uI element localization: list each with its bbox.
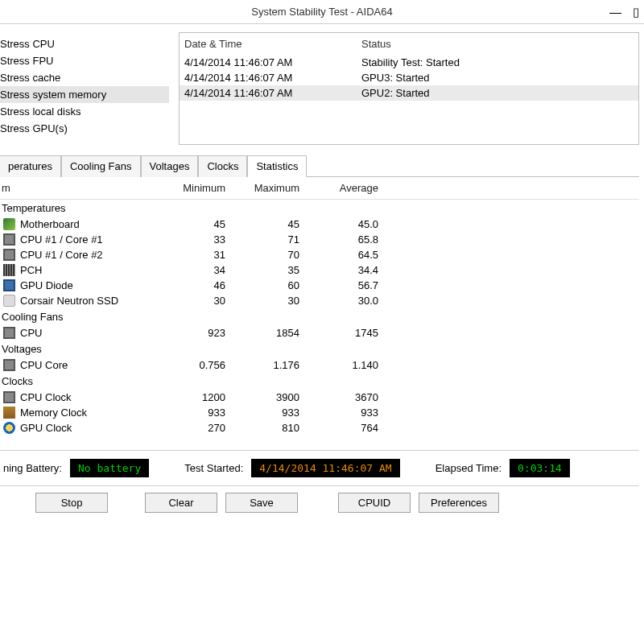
stats-avg-value: 933	[299, 407, 378, 419]
stats-row[interactable]: CPU #1 / Core #1337165.8	[0, 232, 639, 247]
battery-value: No battery	[70, 459, 149, 477]
stats-group-label: Cooling Fans	[0, 308, 639, 325]
stats-item-name: PCH	[20, 264, 161, 276]
stats-row[interactable]: CPU Clock120039003670	[0, 390, 639, 405]
clear-button[interactable]: Clear	[145, 493, 217, 513]
stats-row[interactable]: CPU #1 / Core #2317064.5	[0, 247, 639, 262]
stats-min-value: 31	[161, 249, 225, 261]
stats-row[interactable]: Memory Clock933933933	[0, 405, 639, 420]
stats-max-value: 1.176	[225, 359, 299, 371]
test-started-label: Test Started:	[184, 462, 243, 474]
stats-avg-value: 34.4	[299, 264, 378, 276]
sensor-icon	[3, 391, 15, 403]
stats-item-name: CPU	[20, 327, 161, 339]
stats-row[interactable]: CPU Core0.7561.1761.140	[0, 357, 639, 373]
stats-row[interactable]: Motherboard454545.0	[0, 217, 639, 232]
event-log[interactable]: Date & Time Status 4/14/2014 11:46:07 AM…	[179, 32, 639, 145]
stats-item-name: Corsair Neutron SSD	[20, 295, 161, 307]
log-header-status: Status	[361, 38, 634, 50]
stats-max-value: 70	[225, 249, 299, 261]
stats-header-max: Maximum	[225, 182, 299, 194]
log-cell-status: Stability Test: Started	[361, 56, 634, 68]
stats-min-value: 34	[161, 264, 225, 276]
log-row[interactable]: 4/14/2014 11:46:07 AMGPU3: Started	[180, 70, 638, 85]
stats-min-value: 0.756	[161, 359, 225, 371]
stats-max-value: 71	[225, 233, 299, 246]
sensor-icon	[3, 233, 15, 246]
log-row-empty	[180, 101, 638, 118]
stress-item[interactable]: Stress local disks	[0, 103, 169, 120]
stats-group-label: Temperatures	[0, 200, 639, 217]
log-row[interactable]: 4/14/2014 11:46:07 AMStability Test: Sta…	[180, 55, 638, 70]
stats-avg-value: 764	[299, 422, 378, 434]
cpuid-button[interactable]: CPUID	[338, 493, 411, 513]
sensor-icon	[3, 249, 15, 261]
tab-cooling-fans[interactable]: Cooling Fans	[61, 155, 141, 177]
statistics-table: m Minimum Maximum Average TemperaturesMo…	[0, 177, 639, 436]
test-started-value: 4/14/2014 11:46:07 AM	[251, 459, 399, 477]
stats-header-min: Minimum	[161, 182, 225, 194]
stats-max-value: 60	[225, 279, 299, 291]
stats-row[interactable]: PCH343534.4	[0, 262, 639, 278]
sensor-icon	[3, 279, 15, 291]
stress-item[interactable]: Stress FPU	[0, 52, 169, 69]
tab-statistics[interactable]: Statistics	[247, 155, 307, 177]
stats-max-value: 3900	[225, 391, 299, 403]
stats-min-value: 923	[161, 327, 225, 339]
sensor-icon	[3, 327, 15, 339]
stop-button[interactable]: Stop	[35, 493, 108, 513]
stats-max-value: 35	[225, 264, 299, 276]
tab-voltages[interactable]: Voltages	[141, 155, 199, 177]
elapsed-label: Elapsed Time:	[436, 462, 502, 474]
sensor-icon	[3, 407, 15, 419]
stats-row[interactable]: GPU Diode466056.7	[0, 278, 639, 293]
button-bar: Stop Clear Save CPUID Preferences	[0, 486, 639, 519]
sensor-icon	[3, 218, 15, 230]
tab-peratures[interactable]: peratures	[0, 155, 61, 177]
event-log-header: Date & Time Status	[180, 33, 638, 55]
tab-clocks[interactable]: Clocks	[198, 155, 247, 177]
window-title: System Stability Test - AIDA64	[251, 6, 392, 18]
stats-min-value: 933	[161, 407, 225, 419]
stress-item[interactable]: Stress CPU	[0, 35, 169, 52]
stress-type-list[interactable]: Stress CPUStress FPUStress cacheStress s…	[0, 32, 169, 145]
stats-header-avg: Average	[299, 182, 378, 194]
titlebar: System Stability Test - AIDA64 — ▯	[0, 0, 644, 24]
sensor-icon	[3, 295, 15, 307]
stats-group-label: Clocks	[0, 373, 639, 390]
log-cell-datetime: 4/14/2014 11:46:07 AM	[184, 72, 361, 84]
log-cell-datetime: 4/14/2014 11:46:07 AM	[184, 56, 361, 68]
save-button[interactable]: Save	[225, 493, 298, 513]
stats-row[interactable]: GPU Clock270810764	[0, 420, 639, 436]
stats-avg-value: 3670	[299, 391, 378, 403]
stats-avg-value: 64.5	[299, 249, 378, 261]
stats-row[interactable]: Corsair Neutron SSD303030.0	[0, 293, 639, 308]
stats-max-value: 45	[225, 218, 299, 230]
battery-label: ning Battery:	[3, 462, 62, 474]
stats-max-value: 30	[225, 295, 299, 307]
sensor-icon	[3, 264, 15, 276]
maximize-icon[interactable]: ▯	[633, 0, 639, 24]
stats-min-value: 33	[161, 233, 225, 246]
stress-item[interactable]: Stress GPU(s)	[0, 120, 169, 137]
stress-item[interactable]: Stress cache	[0, 69, 169, 86]
stats-avg-value: 30.0	[299, 295, 378, 307]
stats-avg-value: 45.0	[299, 218, 378, 230]
log-header-datetime: Date & Time	[184, 38, 361, 50]
stats-row[interactable]: CPU92318541745	[0, 325, 639, 341]
stats-item-name: CPU Clock	[20, 391, 161, 403]
stats-item-name: CPU Core	[20, 359, 161, 371]
stats-item-name: Motherboard	[20, 218, 161, 230]
log-cell-status: GPU3: Started	[361, 72, 634, 84]
log-row[interactable]: 4/14/2014 11:46:07 AMGPU2: Started	[180, 85, 638, 101]
sensor-icon	[3, 422, 15, 434]
stats-item-name: Memory Clock	[20, 407, 161, 419]
stats-max-value: 933	[225, 407, 299, 419]
log-row-empty	[180, 118, 638, 136]
stats-min-value: 30	[161, 295, 225, 307]
minimize-icon[interactable]: —	[609, 0, 621, 24]
statistics-header: m Minimum Maximum Average	[0, 177, 639, 200]
stats-min-value: 46	[161, 279, 225, 291]
preferences-button[interactable]: Preferences	[419, 493, 499, 513]
stress-item[interactable]: Stress system memory	[0, 86, 169, 103]
